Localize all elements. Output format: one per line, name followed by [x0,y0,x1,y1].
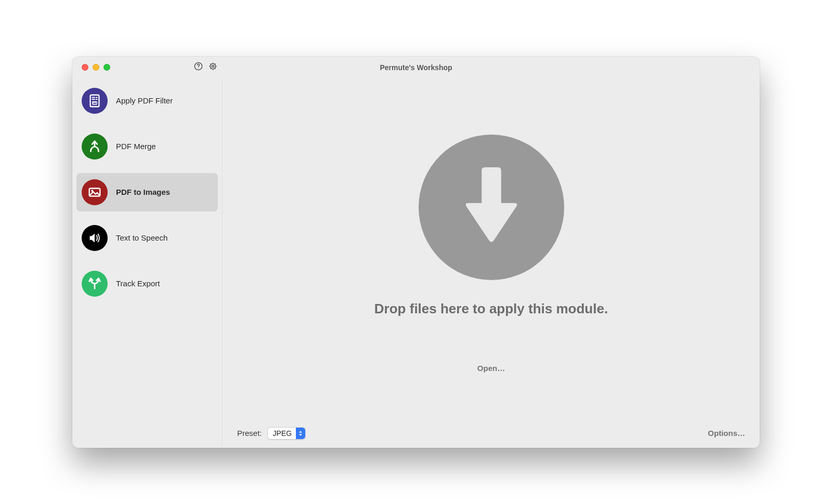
svg-rect-18 [89,188,100,196]
toolbar-icons [193,62,218,73]
image-icon [82,179,108,205]
sidebar-item-pdf-to-images[interactable]: PDF to Images [76,173,218,211]
svg-line-9 [215,68,215,69]
split-icon [82,271,108,297]
preset-select[interactable]: JPEG [267,427,306,440]
options-button[interactable]: Options… [708,429,745,437]
preset-group: Preset: JPEG [237,427,306,440]
svg-point-1 [198,68,198,68]
svg-point-2 [210,63,215,69]
minimize-window-button[interactable] [93,64,99,71]
svg-rect-12 [90,95,99,107]
sidebar-item-track-export[interactable]: Track Export [76,264,218,303]
sidebar-item-text-to-speech[interactable]: Text to Speech [76,219,218,257]
preset-label: Preset: [237,429,262,437]
svg-point-3 [212,65,214,68]
preset-select-value: JPEG [268,429,296,437]
settings-button[interactable] [207,62,218,73]
speaker-icon [82,225,108,251]
help-button[interactable] [193,62,203,73]
sidebar-item-label: Text to Speech [116,233,167,242]
svg-line-8 [210,63,211,64]
content-area: Apply PDF Filter PDF Merge [72,78,760,448]
titlebar: Permute's Workshop [72,57,760,78]
app-window: Permute's Workshop Apply PDF Filter [72,57,760,448]
fullscreen-window-button[interactable] [103,64,110,71]
svg-line-11 [215,63,215,64]
sidebar-item-label: PDF to Images [116,188,170,196]
download-arrow-icon [458,167,525,247]
main-panel: Drop files here to apply this module. Op… [223,78,760,448]
pdf-filter-icon [82,88,108,114]
bottom-bar: Preset: JPEG Options… [223,419,760,448]
sidebar-item-pdf-merge[interactable]: PDF Merge [76,127,218,166]
svg-line-10 [210,68,211,69]
sidebar: Apply PDF Filter PDF Merge [72,78,222,448]
help-icon [193,61,203,73]
sidebar-item-label: Apply PDF Filter [116,96,173,105]
close-window-button[interactable] [82,64,88,71]
sidebar-item-label: PDF Merge [116,142,156,151]
gear-icon [208,61,218,73]
open-button[interactable]: Open… [477,364,505,373]
sidebar-item-apply-pdf-filter[interactable]: Apply PDF Filter [76,82,218,120]
drop-instruction-text: Drop files here to apply this module. [374,301,608,317]
chevron-updown-icon [296,428,305,439]
merge-icon [82,134,108,160]
drop-circle [419,135,564,280]
traffic-lights [72,64,110,71]
window-title: Permute's Workshop [72,63,760,72]
sidebar-item-label: Track Export [116,279,160,288]
drop-area[interactable]: Drop files here to apply this module. Op… [223,78,760,419]
